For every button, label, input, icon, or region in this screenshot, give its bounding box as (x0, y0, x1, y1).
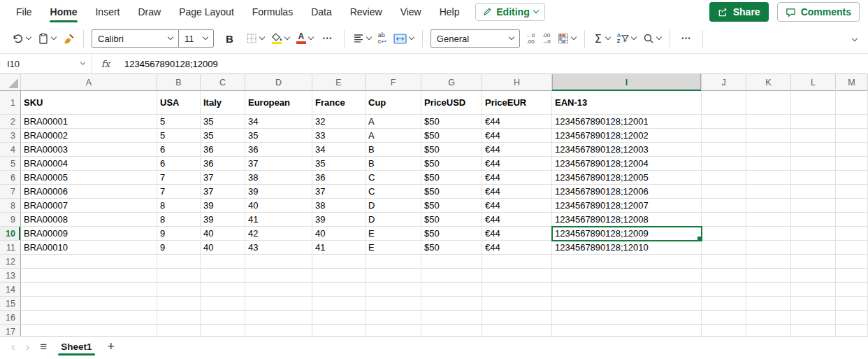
cell-A7[interactable]: BRA00006 (21, 185, 157, 199)
cell-E7[interactable]: 37 (312, 185, 366, 199)
cell-I7[interactable]: 1234567890128;12006 (552, 185, 702, 199)
cell-A11[interactable]: BRA00010 (21, 241, 157, 255)
column-header-I[interactable]: I (552, 74, 702, 91)
cell-B17[interactable] (157, 325, 201, 336)
cell-I3[interactable]: 1234567890128;12002 (552, 129, 702, 143)
alignment-button[interactable] (349, 28, 375, 49)
tab-data[interactable]: Data (302, 0, 341, 24)
cell-A15[interactable] (21, 297, 157, 311)
tab-insert[interactable]: Insert (86, 0, 129, 24)
cell-I17[interactable] (552, 325, 702, 336)
cell-C13[interactable] (201, 269, 245, 283)
cell-M14[interactable] (836, 283, 868, 297)
cell-K7[interactable] (746, 185, 791, 199)
cell-J2[interactable] (702, 115, 746, 129)
cell-B12[interactable] (157, 255, 201, 269)
cell-J1[interactable] (702, 91, 746, 115)
cell-M3[interactable] (836, 129, 868, 143)
cell-L3[interactable] (791, 129, 836, 143)
row-header-10[interactable]: 10 (0, 227, 21, 241)
cell-H2[interactable]: €44 (482, 115, 552, 129)
fx-icon[interactable]: fx (92, 58, 119, 69)
cell-F7[interactable]: C (366, 185, 421, 199)
cell-G5[interactable]: $50 (421, 157, 482, 171)
cell-G15[interactable] (421, 297, 482, 311)
cell-H13[interactable] (482, 269, 552, 283)
column-header-M[interactable]: M (836, 74, 868, 91)
cell-K14[interactable] (746, 283, 791, 297)
cell-F16[interactable] (366, 311, 421, 325)
column-header-H[interactable]: H (482, 74, 552, 91)
cell-J6[interactable] (702, 171, 746, 185)
cell-M9[interactable] (836, 213, 868, 227)
column-header-L[interactable]: L (791, 74, 836, 91)
cell-B6[interactable]: 7 (157, 171, 201, 185)
more-font-options-button[interactable]: ••• (317, 28, 339, 49)
cell-D7[interactable]: 39 (245, 185, 312, 199)
cell-G12[interactable] (421, 255, 482, 269)
cell-L17[interactable] (791, 325, 836, 336)
cell-H6[interactable]: €44 (482, 171, 552, 185)
column-header-B[interactable]: B (157, 74, 201, 91)
fill-color-button[interactable] (268, 28, 293, 49)
cell-D1[interactable]: European (245, 91, 312, 115)
cell-A13[interactable] (21, 269, 157, 283)
cell-D16[interactable] (245, 311, 312, 325)
cell-J12[interactable] (702, 255, 746, 269)
cell-G11[interactable]: $50 (421, 241, 482, 255)
cell-L7[interactable] (791, 185, 836, 199)
font-color-button[interactable]: A (293, 28, 317, 49)
wrap-text-button[interactable]: ab c↩ (375, 28, 390, 49)
cell-C15[interactable] (201, 297, 245, 311)
cell-D6[interactable]: 38 (245, 171, 312, 185)
cell-I6[interactable]: 1234567890128;12005 (552, 171, 702, 185)
cell-K16[interactable] (746, 311, 791, 325)
cell-K6[interactable] (746, 171, 791, 185)
cell-E14[interactable] (312, 283, 366, 297)
cell-M12[interactable] (836, 255, 868, 269)
cell-A10[interactable]: BRA00009 (21, 227, 157, 241)
font-name-select[interactable]: Calibri (92, 30, 178, 47)
column-header-J[interactable]: J (702, 74, 746, 91)
cell-I14[interactable] (552, 283, 702, 297)
row-header-12[interactable]: 12 (0, 255, 21, 269)
row-header-4[interactable]: 4 (0, 143, 21, 157)
cell-J5[interactable] (702, 157, 746, 171)
cell-D4[interactable]: 36 (245, 143, 312, 157)
number-format-select[interactable]: General (431, 29, 520, 48)
merge-center-button[interactable] (390, 28, 417, 49)
cell-F8[interactable]: D (366, 199, 421, 213)
row-header-9[interactable]: 9 (0, 213, 21, 227)
column-header-E[interactable]: E (312, 74, 366, 91)
cell-L16[interactable] (791, 311, 836, 325)
cell-F11[interactable]: E (366, 241, 421, 255)
row-header-5[interactable]: 5 (0, 157, 21, 171)
cell-M10[interactable] (836, 227, 868, 241)
tab-file[interactable]: File (7, 0, 41, 24)
find-button[interactable] (639, 28, 665, 49)
column-header-K[interactable]: K (746, 74, 791, 91)
cell-L14[interactable] (791, 283, 836, 297)
sheet-tab-sheet1[interactable]: Sheet1 (57, 337, 95, 356)
collapse-ribbon-button[interactable] (850, 29, 860, 50)
cell-H17[interactable] (482, 325, 552, 336)
tab-home[interactable]: Home (41, 0, 87, 24)
row-header-2[interactable]: 2 (0, 115, 21, 129)
cell-H10[interactable]: €44 (482, 227, 552, 241)
more-toolbar-options-button[interactable]: ••• (675, 28, 697, 49)
formula-input[interactable]: 1234567890128;12009 (119, 59, 868, 69)
cell-K2[interactable] (746, 115, 791, 129)
cell-G3[interactable]: $50 (421, 129, 482, 143)
cell-L10[interactable] (791, 227, 836, 241)
cell-E9[interactable]: 39 (312, 213, 366, 227)
cell-E16[interactable] (312, 311, 366, 325)
cell-J13[interactable] (702, 269, 746, 283)
column-header-A[interactable]: A (21, 74, 157, 91)
cell-J3[interactable] (702, 129, 746, 143)
cell-H12[interactable] (482, 255, 552, 269)
cell-D14[interactable] (245, 283, 312, 297)
comments-button[interactable]: Comments (777, 2, 860, 22)
cell-E8[interactable]: 38 (312, 199, 366, 213)
cell-C5[interactable]: 36 (201, 157, 245, 171)
cell-M4[interactable] (836, 143, 868, 157)
